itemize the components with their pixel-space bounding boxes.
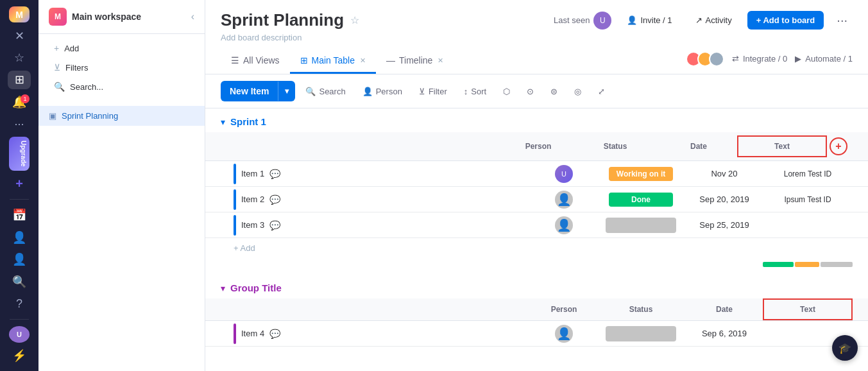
row-date-cell[interactable]: Sep 6, 2019 <box>686 329 763 338</box>
tab-all-views[interactable]: ☰ All Views <box>221 49 290 74</box>
table-header-group2: Person Status Date Text <box>205 298 868 321</box>
favorite-icon[interactable]: ☆ <box>8 49 31 67</box>
item-name[interactable]: Item 1 <box>241 169 264 178</box>
more-options-icon[interactable]: ··· <box>831 10 853 30</box>
group-sprint1-name[interactable]: Sprint 1 <box>230 116 266 127</box>
comment-icon[interactable]: 💬 <box>269 194 280 205</box>
expand-icon-btn[interactable]: ⤢ <box>591 82 611 101</box>
calendar-icon[interactable]: 📅 <box>8 206 31 224</box>
person-toolbar-icon: 👤 <box>362 87 373 96</box>
add-item-row[interactable]: + Add <box>205 238 868 258</box>
expand-icon: ⤢ <box>598 87 605 96</box>
link-icon-btn[interactable]: ⊙ <box>520 82 540 101</box>
item-name[interactable]: Item 3 <box>241 220 264 230</box>
board-description[interactable]: Add board description <box>221 33 853 42</box>
tab-close-icon[interactable]: ✕ <box>360 56 366 65</box>
bolt-icon[interactable]: ⚡ <box>8 347 31 365</box>
more-icon[interactable]: ··· <box>8 115 31 133</box>
search-icon[interactable]: 🔍 <box>8 273 31 291</box>
tab-avatar-3 <box>709 51 724 67</box>
tabs-left: ☰ All Views ⊞ Main Table ✕ — Timeline ✕ <box>221 49 454 74</box>
automate-button[interactable]: ▶ Automate / 1 <box>795 54 853 64</box>
rows-icon-btn[interactable]: ⊜ <box>544 82 564 101</box>
person-avatar[interactable]: 👤 <box>555 191 573 209</box>
row-name-cell: Item 2 💬 <box>241 191 532 209</box>
integrate-button[interactable]: ⇄ Integrate / 0 <box>732 54 787 64</box>
sidebar-filters-button[interactable]: ⊻ Filters <box>49 58 194 76</box>
comment-icon[interactable]: 💬 <box>269 220 280 230</box>
status-badge[interactable]: Done <box>609 193 673 207</box>
share-icon-btn[interactable]: ⬡ <box>497 82 516 101</box>
progress-bar-row <box>205 258 868 275</box>
board-tabs: ☰ All Views ⊞ Main Table ✕ — Timeline ✕ <box>221 49 853 74</box>
avatar-placeholder-icon: 👤 <box>557 218 571 232</box>
person-avatar[interactable]: U <box>555 165 573 183</box>
search-button[interactable]: 🔍 Search <box>299 82 352 101</box>
add-person-icon[interactable]: 👤 <box>8 250 31 268</box>
tab-timeline[interactable]: — Timeline ✕ <box>376 49 454 74</box>
new-item-dropdown-icon[interactable]: ▾ <box>278 82 295 101</box>
tab-main-table[interactable]: ⊞ Main Table ✕ <box>290 49 376 74</box>
row-date-cell[interactable]: Sep 25, 2019 <box>686 220 763 230</box>
row-person-cell: 👤 <box>532 191 596 209</box>
user-avatar[interactable]: U <box>9 326 30 342</box>
row-text-cell[interactable]: Ipsum Test ID <box>763 195 853 204</box>
row-date-cell[interactable]: Nov 20 <box>686 169 763 178</box>
row-color-indicator <box>234 215 236 236</box>
icon-bar: M ✕ ☆ ⊞ 🔔 1 ··· Upgrade + 📅 👤 👤 🔍 ? U ⚡ <box>0 0 38 371</box>
home-icon[interactable]: ⊞ <box>8 71 31 89</box>
status-badge-empty <box>606 326 676 341</box>
col-header-status-g2: Status <box>596 300 686 319</box>
person-filter-button[interactable]: 👤 Person <box>356 82 409 101</box>
status-badge-empty <box>606 218 676 233</box>
filter-button[interactable]: ⊻ Filter <box>413 82 454 101</box>
upgrade-button[interactable]: Upgrade <box>9 137 30 171</box>
item-name[interactable]: Item 2 <box>241 194 264 204</box>
timeline-icon: — <box>386 55 395 65</box>
add-col-icon[interactable]: + <box>830 137 847 155</box>
close-sidebar-icon[interactable]: ✕ <box>8 26 31 44</box>
add-workspace-icon[interactable]: + <box>8 175 31 193</box>
group-sprint1-toggle[interactable]: ▾ <box>221 117 225 127</box>
sidebar-add-button[interactable]: + Add <box>49 39 194 57</box>
row-date-cell[interactable]: Sep 20, 2019 <box>686 194 763 204</box>
add-column-button[interactable]: + <box>827 132 853 160</box>
sidebar-collapse-icon[interactable]: ‹ <box>191 11 194 22</box>
table-area: ▾ Sprint 1 Person Status Date Text + <box>205 108 868 371</box>
group-sprint1: ▾ Sprint 1 Person Status Date Text + <box>205 108 868 275</box>
sidebar-search-button[interactable]: 🔍 Search... <box>49 78 194 96</box>
toolbar: New Item ▾ 🔍 Search 👤 Person ⊻ Filter ↕ … <box>205 74 868 108</box>
row-color-indicator <box>234 164 236 184</box>
person-icon: 👤 <box>627 15 637 25</box>
comment-icon[interactable]: 💬 <box>269 329 280 339</box>
sort-button[interactable]: ↕ Sort <box>457 82 493 101</box>
eye-icon-btn[interactable]: ◎ <box>568 82 588 101</box>
star-icon[interactable]: ☆ <box>350 14 359 26</box>
activity-button[interactable]: ↗ Activity <box>688 12 740 29</box>
col-header-person: Person <box>506 137 570 156</box>
notifications-icon[interactable]: 🔔 1 <box>8 93 31 111</box>
help-icon[interactable]: ? <box>8 295 31 313</box>
sidebar-item-sprint-planning[interactable]: ▣ Sprint Planning <box>38 106 205 126</box>
new-item-button[interactable]: New Item ▾ <box>221 81 295 101</box>
comment-icon[interactable]: 💬 <box>269 169 280 179</box>
row-name-cell: Item 1 💬 <box>241 165 532 183</box>
col-header-person-g2: Person <box>532 300 596 319</box>
invite-button[interactable]: 👤 Invite / 1 <box>619 12 679 29</box>
add-to-board-button[interactable]: + Add to board <box>747 11 824 30</box>
person-avatar[interactable]: 👤 <box>555 325 573 343</box>
group-title-toggle[interactable]: ▾ <box>221 283 225 293</box>
status-badge[interactable]: Working on it <box>609 167 673 181</box>
row-text-cell[interactable]: Lorem Test ID <box>763 169 853 178</box>
people-icon[interactable]: 👤 <box>8 229 31 246</box>
tab-close-timeline-icon[interactable]: ✕ <box>438 56 443 65</box>
workspace-title[interactable]: M Main workspace <box>49 8 141 26</box>
person-avatar[interactable]: 👤 <box>555 216 573 234</box>
row-name-cell: Item 3 💬 <box>241 216 532 234</box>
item-name[interactable]: Item 4 <box>241 329 264 338</box>
table-icon: ⊞ <box>300 55 308 65</box>
sidebar-header: M Main workspace ‹ <box>38 0 205 34</box>
group-title-name[interactable]: Group Title <box>230 282 282 293</box>
last-seen-label: Last seen U <box>554 12 611 30</box>
help-avatar-button[interactable]: 🎓 <box>832 335 858 361</box>
